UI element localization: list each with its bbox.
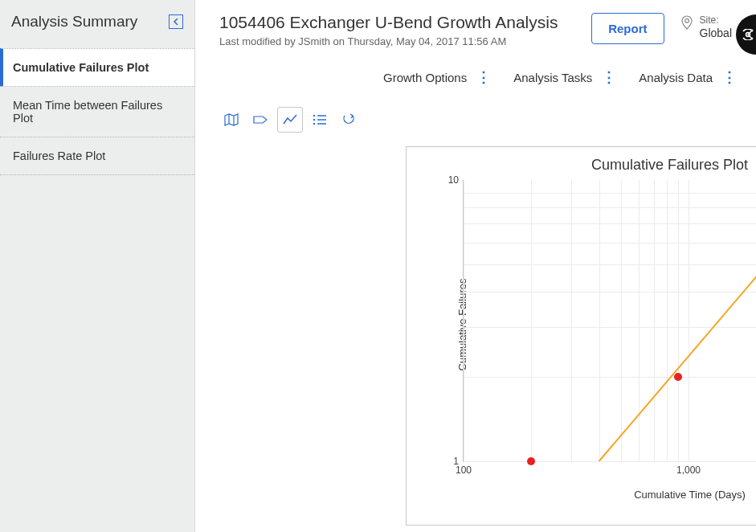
trend-line: [464, 180, 756, 461]
page-subtitle: Last modified by JSmith on Thursday, May…: [219, 35, 583, 47]
growth-options-menu[interactable]: Growth Options ⋮: [383, 70, 491, 84]
site-label: Site:: [700, 14, 732, 26]
eye-arrow-icon: [742, 29, 754, 40]
plot-area: Cumulative Failures 1001,00010,000110: [447, 180, 756, 469]
chart-toolbar: [195, 92, 756, 141]
svg-point-1: [313, 115, 315, 117]
action-row: Growth Options ⋮ Analysis Tasks ⋮ Analys…: [195, 47, 756, 92]
analysis-tasks-menu[interactable]: Analysis Tasks ⋮: [513, 70, 616, 84]
kebab-icon: ⋮: [722, 70, 737, 84]
report-button[interactable]: Report: [591, 13, 664, 44]
plot-inner[interactable]: 1001,00010,000110: [463, 180, 756, 462]
kebab-icon: ⋮: [602, 70, 616, 84]
page-header: 1054406 Exchanger U-Bend Growth Analysis…: [195, 0, 756, 47]
chart-container: Cumulative Failures Plot Cumulative Fail…: [406, 146, 756, 526]
tool-refresh-icon[interactable]: [337, 108, 361, 132]
chart-title: Cumulative Failures Plot: [407, 147, 756, 177]
sidebar-item-mtbf[interactable]: Mean Time between Failures Plot: [0, 86, 194, 137]
data-point[interactable]: [527, 457, 535, 465]
action-label: Analysis Tasks: [513, 71, 592, 84]
y-tick: 1: [453, 456, 464, 467]
tool-map-icon[interactable]: [219, 108, 243, 132]
page-title: 1054406 Exchanger U-Bend Growth Analysis: [219, 13, 583, 32]
tool-tag-icon[interactable]: [248, 108, 272, 132]
sidebar-item-failures-rate[interactable]: Failures Rate Plot: [0, 137, 194, 175]
action-label: Growth Options: [383, 71, 467, 84]
tool-list-icon[interactable]: [308, 108, 332, 132]
svg-point-3: [313, 119, 315, 121]
site-selector[interactable]: Site: Global: [680, 14, 732, 41]
location-pin-icon: [680, 14, 693, 31]
x-axis-label: Cumulative Time (Days): [447, 469, 756, 501]
sidebar-item-label: Cumulative Failures Plot: [13, 61, 149, 74]
sidebar: Analysis Summary Cumulative Failures Plo…: [0, 0, 195, 532]
sidebar-item-label: Mean Time between Failures Plot: [13, 99, 162, 125]
sidebar-header: Analysis Summary: [0, 0, 194, 48]
y-tick: 10: [448, 174, 464, 186]
kebab-icon: ⋮: [476, 70, 491, 84]
sidebar-item-label: Failures Rate Plot: [13, 149, 105, 162]
main-content: 1054406 Exchanger U-Bend Growth Analysis…: [195, 0, 756, 532]
action-label: Analysis Data: [639, 71, 713, 84]
analysis-data-menu[interactable]: Analysis Data ⋮: [639, 70, 737, 84]
x-tick: 1,000: [676, 461, 701, 476]
sidebar-item-cumulative-failures[interactable]: Cumulative Failures Plot: [0, 48, 194, 87]
svg-point-5: [313, 123, 315, 125]
tool-line-chart-icon[interactable]: [277, 107, 303, 133]
sidebar-title: Analysis Summary: [11, 13, 137, 31]
site-value: Global: [700, 26, 732, 40]
data-point[interactable]: [674, 373, 682, 381]
collapse-sidebar-button[interactable]: [169, 14, 183, 29]
